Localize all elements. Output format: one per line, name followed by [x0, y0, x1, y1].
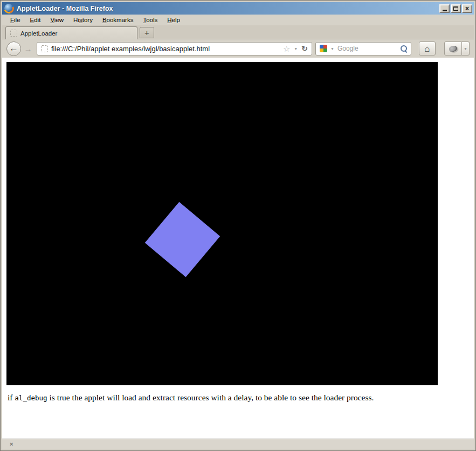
search-input[interactable]: Google — [337, 45, 397, 52]
description-prefix: if — [8, 393, 12, 402]
back-button[interactable]: ← — [6, 41, 21, 56]
site-identity-icon[interactable] — [41, 45, 48, 52]
search-box[interactable]: ▼ Google — [315, 42, 411, 55]
description-suffix: is true the applet will load and extract… — [49, 393, 374, 402]
maximize-icon — [453, 6, 458, 11]
google-favicon-green — [323, 48, 327, 52]
tab-appletloader[interactable]: AppletLoader — [5, 26, 137, 39]
home-icon: ⌂ — [424, 44, 430, 53]
menu-tools[interactable]: Tools — [138, 16, 162, 24]
google-favicon-red — [323, 45, 327, 48]
google-favicon-icon[interactable] — [320, 45, 327, 52]
description-text: if al_debug is true the applet will load… — [8, 393, 470, 403]
menu-help[interactable]: Help — [162, 16, 185, 24]
favicon-placeholder-icon — [10, 30, 17, 37]
menu-file[interactable]: File — [5, 16, 25, 24]
url-dropdown-icon[interactable]: ▼ — [294, 47, 298, 51]
menu-view[interactable]: View — [45, 16, 68, 24]
title-bar[interactable]: AppletLoader - Mozilla Firefox × — [2, 2, 474, 15]
new-tab-button[interactable]: + — [140, 27, 154, 38]
home-button[interactable]: ⌂ — [419, 41, 436, 55]
window-controls: × — [439, 4, 472, 13]
applet-canvas[interactable] — [6, 62, 438, 385]
url-bar[interactable]: file:///C:/Phil/applet examples/lwjgl/ba… — [37, 42, 312, 55]
reload-icon[interactable]: ↻ — [301, 45, 308, 52]
minimize-icon — [443, 10, 447, 11]
url-bar-icons: ☆ ▼ ↻ — [283, 45, 308, 53]
bookmark-star-icon[interactable]: ☆ — [283, 45, 290, 53]
back-icon: ← — [9, 43, 18, 54]
url-input[interactable]: file:///C:/Phil/applet examples/lwjgl/ba… — [51, 45, 280, 53]
menu-bar: File Edit View History Bookmarks Tools H… — [2, 15, 474, 25]
code-al-debug: al_debug — [15, 394, 47, 402]
navigation-toolbar: ← → file:///C:/Phil/applet examples/lwjg… — [2, 39, 474, 58]
addon-icon — [449, 45, 458, 53]
search-icon[interactable] — [401, 45, 407, 52]
addon-bar-close-button[interactable]: × — [10, 441, 13, 447]
close-icon: × — [465, 5, 469, 12]
search-engine-dropdown-icon[interactable]: ▼ — [330, 47, 334, 51]
page-content: if al_debug is true the applet will load… — [2, 58, 474, 439]
firefox-window: AppletLoader - Mozilla Firefox × File Ed… — [0, 0, 476, 451]
firefox-icon — [4, 4, 13, 13]
menu-bookmarks[interactable]: Bookmarks — [98, 16, 139, 24]
forward-icon: → — [24, 44, 32, 53]
google-favicon-yellow — [320, 48, 323, 52]
addon-button-group: ▼ — [444, 41, 470, 55]
close-button[interactable]: × — [462, 4, 472, 13]
menu-history[interactable]: History — [68, 16, 98, 24]
addon-bar: × — [2, 439, 474, 449]
tab-bar: AppletLoader + — [2, 25, 474, 39]
menu-edit[interactable]: Edit — [25, 16, 46, 24]
forward-button[interactable]: → — [23, 43, 33, 54]
addon-button[interactable] — [444, 41, 462, 55]
addon-dropdown-button[interactable]: ▼ — [462, 41, 470, 55]
chevron-down-icon: ▼ — [464, 47, 467, 51]
window-title: AppletLoader - Mozilla Firefox — [17, 5, 439, 12]
tab-label: AppletLoader — [20, 30, 57, 37]
applet-square — [145, 202, 220, 277]
google-favicon-blue — [320, 45, 323, 48]
maximize-button[interactable] — [451, 4, 461, 13]
minimize-button[interactable] — [439, 4, 450, 13]
